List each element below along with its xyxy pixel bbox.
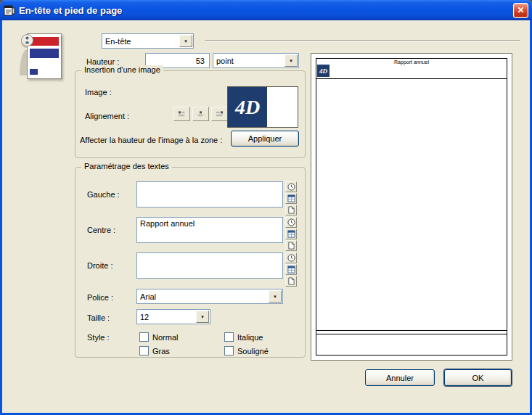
ok-button[interactable]: OK [444, 369, 512, 386]
affect-height-label: Affecter la hauteur de l'image à la zone… [80, 135, 222, 145]
clock-icon [287, 218, 295, 226]
insert-page-number-button[interactable] [285, 205, 297, 215]
calendar-icon [287, 194, 295, 202]
align-right-icon [216, 110, 223, 118]
close-button[interactable]: ✕ [513, 3, 528, 18]
header-footer-icon [17, 32, 65, 80]
alignement-label: Alignement : [85, 111, 129, 121]
appliquer-button[interactable]: Appliquer [231, 131, 299, 147]
insert-date-button[interactable] [285, 229, 297, 239]
insert-time-button[interactable] [285, 252, 297, 263]
insert-page-number-button[interactable] [285, 276, 297, 287]
police-label: Police : [87, 292, 113, 303]
annuler-button[interactable]: Annuler [365, 369, 435, 386]
align-right-button[interactable] [211, 107, 228, 121]
chevron-down-icon[interactable]: ▼ [285, 54, 298, 67]
checkbox-souligne-label: Souligné [237, 346, 269, 356]
taille-select-value: 12 [137, 310, 195, 324]
clock-icon [287, 183, 295, 191]
preview-page: Rapport annuel 4D [316, 58, 507, 356]
page-icon [287, 206, 295, 214]
align-center-button[interactable] [192, 107, 209, 121]
gauche-label: Gauche : [87, 189, 120, 200]
top-separator [205, 40, 520, 41]
checkbox-normal-label: Normal [152, 332, 178, 342]
taille-select[interactable]: 12 ▼ [136, 309, 210, 324]
app-icon [4, 4, 15, 16]
logo-4d: 4D [228, 87, 267, 127]
style-label: Style : [87, 332, 110, 342]
droite-input[interactable] [136, 252, 283, 279]
checkbox-italique-label: Italique [237, 332, 263, 342]
dialog-window: En-tête et pied de page ✕ En-tête ▼ Haut… [0, 0, 532, 415]
chevron-down-icon[interactable]: ▼ [269, 290, 282, 303]
page-icon [287, 277, 295, 285]
page-preview: Rapport annuel 4D [311, 53, 512, 361]
gauche-input[interactable] [136, 181, 283, 208]
insert-date-button[interactable] [285, 193, 297, 204]
unit-select-value: point [213, 54, 284, 67]
checkbox-gras-label: Gras [152, 346, 170, 356]
image-label: Image : [85, 87, 112, 97]
calendar-icon [287, 266, 295, 274]
align-center-icon [197, 110, 204, 118]
checkbox-souligne[interactable] [224, 346, 234, 356]
chevron-down-icon[interactable]: ▼ [179, 35, 192, 47]
chevron-down-icon[interactable]: ▼ [196, 311, 209, 323]
clock-icon [287, 254, 295, 262]
preview-logo-4d: 4D [317, 65, 330, 77]
centre-input[interactable]: Rapport annuel [136, 217, 283, 243]
unit-select[interactable]: point ▼ [213, 53, 299, 68]
align-left-button[interactable] [173, 107, 190, 121]
zone-select[interactable]: En-tête ▼ [102, 33, 194, 49]
zone-select-value: En-tête [102, 34, 179, 48]
checkbox-italique[interactable] [224, 332, 234, 342]
image-preview: 4D [227, 86, 298, 128]
police-select-value: Arial [137, 289, 268, 303]
calendar-icon [287, 230, 295, 238]
preview-header-text: Rapport annuel [316, 59, 507, 65]
text-group-title: Paramétrage des textes [81, 162, 172, 170]
image-group-title: Insertion d'une image [81, 65, 163, 74]
title-bar[interactable]: En-tête et pied de page ✕ [0, 0, 532, 20]
window-title: En-tête et pied de page [19, 5, 513, 16]
page-icon [287, 242, 295, 250]
police-select[interactable]: Arial ▼ [136, 289, 283, 304]
preview-header-area: Rapport annuel 4D [316, 59, 507, 79]
align-left-icon [179, 110, 185, 118]
taille-label: Taille : [87, 313, 110, 323]
insert-page-number-button[interactable] [285, 240, 297, 251]
insert-date-button[interactable] [285, 264, 297, 275]
preview-footer-line [316, 330, 507, 334]
droite-label: Droite : [87, 260, 112, 271]
centre-label: Centre : [87, 225, 115, 235]
insert-time-button[interactable] [285, 217, 297, 228]
checkbox-normal[interactable] [139, 332, 149, 342]
insert-time-button[interactable] [285, 181, 297, 192]
checkbox-gras[interactable] [139, 346, 149, 356]
